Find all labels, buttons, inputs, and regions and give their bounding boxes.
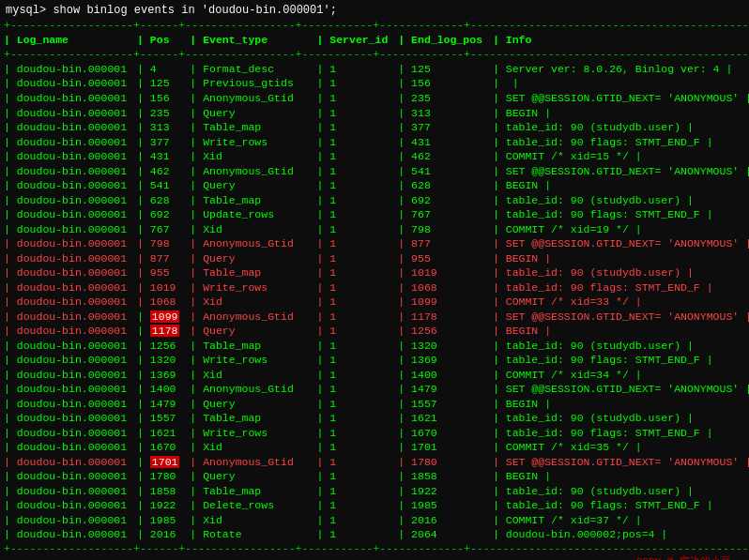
cell-pos: | 1369: [135, 368, 188, 383]
cell-server-id: | 1: [314, 310, 396, 325]
cell-pos: | 692: [135, 207, 188, 222]
cell-end-log-pos: | 313: [396, 106, 491, 121]
cell-pos: | 125: [135, 76, 188, 91]
cell-log-name: | doudou-bin.000001: [2, 527, 135, 542]
cell-pos: | 313: [135, 120, 188, 135]
cell-end-log-pos: | 1369: [396, 353, 491, 368]
cell-server-id: | 1: [314, 295, 396, 310]
cell-event-type: | Table_map: [188, 265, 314, 280]
cell-info: | table_id: 90 flags: STMT_END_F |: [491, 207, 749, 222]
table-row: | doudou-bin.000001 | 4 | Format_desc | …: [2, 62, 749, 77]
table-row: | doudou-bin.000001 | 235 | Query | 1 | …: [2, 106, 749, 121]
cell-end-log-pos: | 1099: [396, 295, 491, 310]
cell-event-type: | Query: [188, 397, 314, 412]
event-type-header: | Event_type: [188, 33, 314, 48]
cell-server-id: | 1: [314, 193, 396, 208]
cell-server-id: | 1: [314, 222, 396, 237]
cell-pos: | 1780: [135, 469, 188, 484]
cell-log-name: | doudou-bin.000001: [2, 135, 135, 150]
cell-pos: | 955: [135, 265, 188, 280]
cell-pos: | 2016: [135, 527, 188, 542]
cell-log-name: | doudou-bin.000001: [2, 440, 135, 455]
info-header: | Info: [491, 33, 749, 48]
cell-end-log-pos: | 1701: [396, 440, 491, 455]
cell-server-id: | 1: [314, 368, 396, 383]
cell-log-name: | doudou-bin.000001: [2, 353, 135, 368]
cell-server-id: | 1: [314, 91, 396, 106]
cell-end-log-pos: | 1670: [396, 426, 491, 441]
table-container: +-------------------+------+------------…: [0, 19, 749, 556]
cell-end-log-pos: | 1019: [396, 265, 491, 280]
cell-end-log-pos: | 1985: [396, 498, 491, 513]
cell-info: | table_id: 90 flags: STMT_END_F |: [491, 426, 749, 441]
cell-log-name: | doudou-bin.000001: [2, 207, 135, 222]
cell-server-id: | 1: [314, 411, 396, 426]
cell-pos: | 156: [135, 91, 188, 106]
cell-server-id: | 1: [314, 164, 396, 179]
cell-event-type: | Anonymous_Gtid: [188, 382, 314, 397]
cell-event-type: | Xid: [188, 295, 314, 310]
cell-server-id: | 1: [314, 484, 396, 499]
cell-pos: | 798: [135, 236, 188, 251]
table-row: | doudou-bin.000001 | 877 | Query | 1 | …: [2, 251, 749, 266]
cell-pos: | 1320: [135, 353, 188, 368]
cell-pos: | 1701: [135, 455, 188, 470]
cell-pos: | 4: [135, 62, 188, 77]
cell-end-log-pos: | 798: [396, 222, 491, 237]
cell-server-id: | 1: [314, 251, 396, 266]
cell-info: | BEGIN |: [491, 251, 749, 266]
cell-info: | SET @@SESSION.GTID_NEXT= 'ANONYMOUS' |: [491, 382, 749, 397]
cell-end-log-pos: | 156: [396, 76, 491, 91]
cell-info: | BEGIN |: [491, 324, 749, 339]
cell-event-type: | Format_desc: [188, 62, 314, 77]
server-id-header: | Server_id: [314, 33, 396, 48]
cell-event-type: | Query: [188, 178, 314, 193]
cell-log-name: | doudou-bin.000001: [2, 193, 135, 208]
cell-server-id: | 1: [314, 353, 396, 368]
cell-event-type: | Xid: [188, 440, 314, 455]
cell-event-type: | Write_rows: [188, 280, 314, 295]
cell-server-id: | 1: [314, 498, 396, 513]
cell-info: | table_id: 90 (studydb.user) |: [491, 339, 749, 354]
table-row: | doudou-bin.000001 | 431 | Xid | 1 | 46…: [2, 149, 749, 164]
cell-log-name: | doudou-bin.000001: [2, 513, 135, 528]
cell-end-log-pos: | 1256: [396, 324, 491, 339]
cell-event-type: | Xid: [188, 222, 314, 237]
cell-event-type: | Xid: [188, 513, 314, 528]
cell-log-name: | doudou-bin.000001: [2, 91, 135, 106]
cell-end-log-pos: | 1621: [396, 411, 491, 426]
cell-end-log-pos: | 1068: [396, 280, 491, 295]
cell-info: | COMMIT /* xid=37 */ |: [491, 513, 749, 528]
cell-log-name: | doudou-bin.000001: [2, 469, 135, 484]
cell-info: | table_id: 90 flags: STMT_END_F |: [491, 498, 749, 513]
cell-server-id: | 1: [314, 280, 396, 295]
cell-event-type: | Xid: [188, 368, 314, 383]
table-row: | doudou-bin.000001 | 156 | Anonymous_Gt…: [2, 91, 749, 106]
cell-info: | COMMIT /* xid=15 */ |: [491, 149, 749, 164]
cell-pos: | 1099: [135, 310, 188, 325]
cell-pos: | 1985: [135, 513, 188, 528]
cell-info: | Server ver: 8.0.26, Binlog ver: 4 |: [491, 62, 749, 77]
cell-info: | COMMIT /* xid=34 */ |: [491, 368, 749, 383]
table-row: | doudou-bin.000001 | 1256 | Table_map |…: [2, 339, 749, 354]
cell-event-type: | Update_rows: [188, 207, 314, 222]
cell-log-name: | doudou-bin.000001: [2, 455, 135, 470]
cell-end-log-pos: | 377: [396, 120, 491, 135]
table-row: | doudou-bin.000001 | 955 | Table_map | …: [2, 265, 749, 280]
cell-end-log-pos: | 955: [396, 251, 491, 266]
cell-info: | SET @@SESSION.GTID_NEXT= 'ANONYMOUS' |: [491, 164, 749, 179]
table-row: | doudou-bin.000001 | 628 | Table_map | …: [2, 193, 749, 208]
table-row: | doudou-bin.000001 | 1320 | Write_rows …: [2, 353, 749, 368]
table-row: | doudou-bin.000001 | 798 | Anonymous_Gt…: [2, 236, 749, 251]
cell-info: | BEGIN |: [491, 178, 749, 193]
cell-server-id: | 1: [314, 469, 396, 484]
cell-server-id: | 1: [314, 149, 396, 164]
cell-info: | SET @@SESSION.GTID_NEXT= 'ANONYMOUS' |: [491, 310, 749, 325]
cell-end-log-pos: | 462: [396, 149, 491, 164]
cell-pos: | 377: [135, 135, 188, 150]
table-row: | doudou-bin.000001 | 462 | Anonymous_Gt…: [2, 164, 749, 179]
cell-server-id: | 1: [314, 62, 396, 77]
cell-event-type: | Table_map: [188, 411, 314, 426]
cell-end-log-pos: | 692: [396, 193, 491, 208]
cell-event-type: | Query: [188, 251, 314, 266]
